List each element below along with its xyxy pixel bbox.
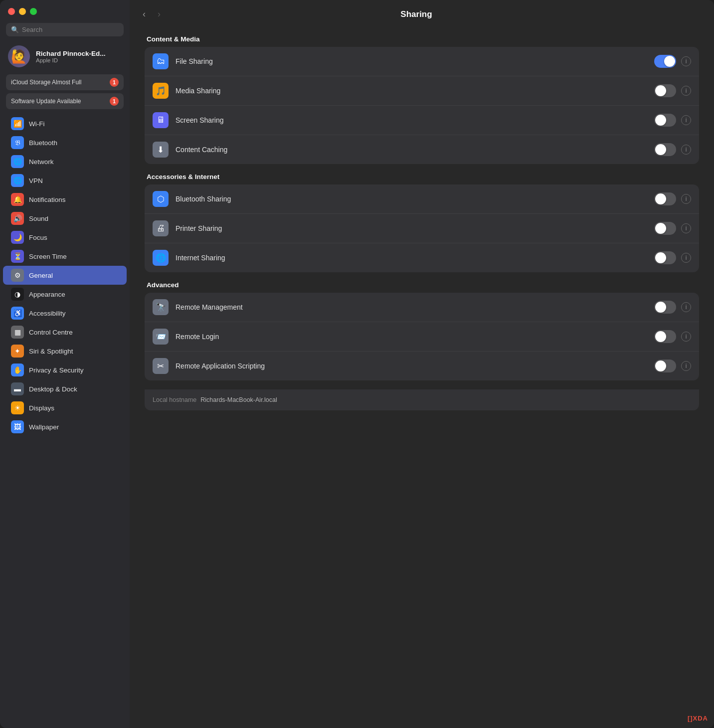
sidebar-item-privacy-security[interactable]: ✋Privacy & Security xyxy=(3,361,127,379)
user-name: Richard Pinnock-Ed... xyxy=(36,50,122,57)
toggle-knob-remote-management xyxy=(655,302,666,313)
sidebar-icon-desktop-dock: ▬ xyxy=(11,382,24,395)
info-button-remote-app-scripting[interactable]: i xyxy=(681,361,691,371)
info-button-content-caching[interactable]: i xyxy=(681,145,691,155)
row-controls-remote-login: i xyxy=(654,330,691,343)
user-subtitle: Apple ID xyxy=(36,57,122,63)
row-remote-app-scripting: ✂Remote Application Scriptingi xyxy=(145,352,699,380)
sidebar-icon-accessibility: ♿ xyxy=(11,307,24,320)
sidebar-item-desktop-dock[interactable]: ▬Desktop & Dock xyxy=(3,379,127,398)
row-controls-screen-sharing: i xyxy=(654,114,691,127)
sidebar-item-vpn[interactable]: 🌐VPN xyxy=(3,171,127,190)
row-icon-remote-login: 📨 xyxy=(153,329,169,345)
card-content-media: 🗂File Sharingi🎵Media Sharingi🖥Screen Sha… xyxy=(145,47,699,164)
sidebar-item-wallpaper[interactable]: 🖼Wallpaper xyxy=(3,417,127,436)
search-icon: 🔍 xyxy=(11,26,19,33)
toggle-content-caching[interactable] xyxy=(654,143,676,156)
sidebar-item-label-general: General xyxy=(29,272,53,279)
icloud-alert-banner[interactable]: iCloud Storage Almost Full 1 xyxy=(6,74,124,90)
toggle-screen-sharing[interactable] xyxy=(654,114,676,127)
sidebar-item-label-accessibility: Accessibility xyxy=(29,310,66,317)
toggle-internet-sharing[interactable] xyxy=(654,251,676,264)
avatar: 🙋 xyxy=(8,45,30,67)
sidebar-icon-general: ⚙ xyxy=(11,269,24,282)
sidebar-icon-notifications: 🔔 xyxy=(11,193,24,206)
software-update-badge: 1 xyxy=(110,97,119,106)
row-controls-file-sharing: i xyxy=(654,55,691,68)
info-button-internet-sharing[interactable]: i xyxy=(681,253,691,263)
info-button-bluetooth-sharing[interactable]: i xyxy=(681,194,691,204)
row-label-internet-sharing: Internet Sharing xyxy=(176,254,647,262)
local-hostname-label: Local hostname xyxy=(153,396,196,403)
toggle-remote-login[interactable] xyxy=(654,330,676,343)
sidebar-item-label-network: Network xyxy=(29,158,54,166)
sidebar-icon-network: 🌐 xyxy=(11,155,24,168)
icloud-alert-text: iCloud Storage Almost Full xyxy=(11,79,81,86)
sidebar-item-label-bluetooth: Bluetooth xyxy=(29,139,57,147)
sidebar-item-focus[interactable]: 🌙Focus xyxy=(3,228,127,247)
search-input[interactable] xyxy=(22,26,119,33)
maximize-button[interactable] xyxy=(30,8,37,15)
info-button-file-sharing[interactable]: i xyxy=(681,56,691,66)
sidebar-item-label-notifications: Notifications xyxy=(29,196,66,203)
toggle-knob-internet-sharing xyxy=(655,252,666,263)
row-remote-management: 🔭Remote Managementi xyxy=(145,293,699,322)
sidebar-item-accessibility[interactable]: ♿Accessibility xyxy=(3,304,127,323)
info-button-remote-login[interactable]: i xyxy=(681,332,691,342)
row-icon-content-caching: ⬇ xyxy=(153,142,169,158)
sidebar-icon-bluetooth: 𝔅 xyxy=(11,136,24,149)
toggle-knob-content-caching xyxy=(655,144,666,155)
sidebar-item-siri-spotlight[interactable]: ✦Siri & Spotlight xyxy=(3,342,127,361)
info-button-printer-sharing[interactable]: i xyxy=(681,223,691,233)
info-button-media-sharing[interactable]: i xyxy=(681,86,691,96)
sidebar-item-control-centre[interactable]: ▦Control Centre xyxy=(3,323,127,342)
minimize-button[interactable] xyxy=(19,8,26,15)
row-label-file-sharing: File Sharing xyxy=(176,57,647,65)
sidebar-icon-appearance: ◑ xyxy=(11,288,24,301)
row-screen-sharing: 🖥Screen Sharingi xyxy=(145,106,699,135)
sidebar-item-label-displays: Displays xyxy=(29,404,54,412)
toggle-file-sharing[interactable] xyxy=(654,55,676,68)
sidebar-item-general[interactable]: ⚙General xyxy=(3,266,127,285)
section-heading-content-media: Content & Media xyxy=(147,35,699,43)
section-heading-advanced: Advanced xyxy=(147,281,699,289)
row-controls-remote-management: i xyxy=(654,301,691,314)
sidebar: 🔍 🙋 Richard Pinnock-Ed... Apple ID iClou… xyxy=(0,0,130,728)
sidebar-item-label-focus: Focus xyxy=(29,234,47,241)
local-hostname-value: Richards-MacBook-Air.local xyxy=(200,396,277,403)
row-icon-remote-app-scripting: ✂ xyxy=(153,358,169,374)
row-controls-content-caching: i xyxy=(654,143,691,156)
card-accessories-internet: ⬡Bluetooth Sharingi🖨Printer Sharingi🌐Int… xyxy=(145,184,699,272)
sidebar-item-network[interactable]: 🌐Network xyxy=(3,152,127,171)
sidebar-item-label-control-centre: Control Centre xyxy=(29,329,73,336)
back-button[interactable]: ‹ xyxy=(140,8,149,20)
info-button-remote-management[interactable]: i xyxy=(681,302,691,312)
sidebar-item-displays[interactable]: ☀Displays xyxy=(3,398,127,417)
toggle-printer-sharing[interactable] xyxy=(654,222,676,235)
sidebar-item-label-desktop-dock: Desktop & Dock xyxy=(29,385,77,393)
row-label-printer-sharing: Printer Sharing xyxy=(176,224,647,232)
sidebar-item-label-appearance: Appearance xyxy=(29,291,65,298)
sidebar-icon-siri-spotlight: ✦ xyxy=(11,345,24,358)
software-update-banner[interactable]: Software Update Available 1 xyxy=(6,93,124,109)
sidebar-item-label-screen-time: Screen Time xyxy=(29,253,67,260)
sidebar-item-screen-time[interactable]: ⏳Screen Time xyxy=(3,247,127,266)
sidebar-item-notifications[interactable]: 🔔Notifications xyxy=(3,190,127,209)
sidebar-icon-screen-time: ⏳ xyxy=(11,250,24,263)
sidebar-item-bluetooth[interactable]: 𝔅Bluetooth xyxy=(3,133,127,152)
close-button[interactable] xyxy=(8,8,15,15)
user-profile[interactable]: 🙋 Richard Pinnock-Ed... Apple ID xyxy=(0,41,130,73)
toggle-bluetooth-sharing[interactable] xyxy=(654,192,676,205)
info-button-screen-sharing[interactable]: i xyxy=(681,115,691,125)
page-title: Sharing xyxy=(170,9,663,19)
sidebar-item-label-wifi: Wi-Fi xyxy=(29,120,44,128)
toggle-remote-management[interactable] xyxy=(654,301,676,314)
sidebar-item-sound[interactable]: 🔊Sound xyxy=(3,209,127,228)
toggle-remote-app-scripting[interactable] xyxy=(654,360,676,372)
row-label-screen-sharing: Screen Sharing xyxy=(176,116,647,124)
toggle-media-sharing[interactable] xyxy=(654,84,676,97)
search-bar[interactable]: 🔍 xyxy=(6,23,124,36)
forward-button[interactable]: › xyxy=(155,8,164,20)
sidebar-item-wifi[interactable]: 📶Wi-Fi xyxy=(3,114,127,133)
sidebar-item-appearance[interactable]: ◑Appearance xyxy=(3,285,127,304)
